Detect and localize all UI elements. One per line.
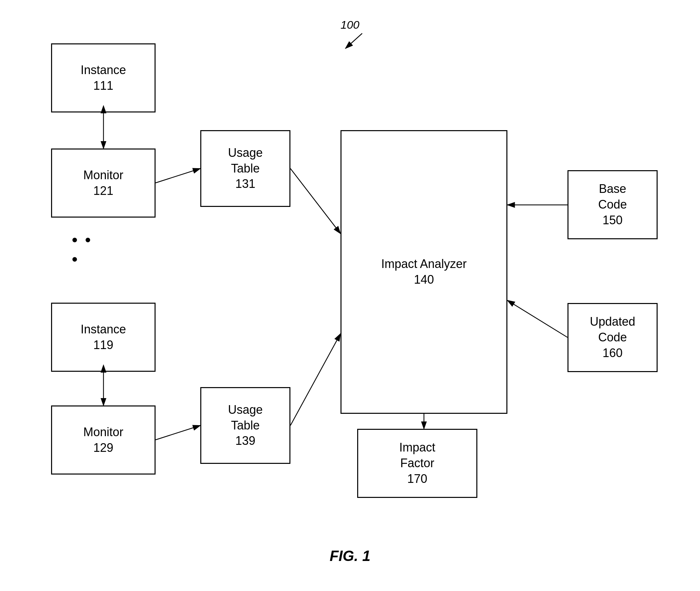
- monitor121-box: Monitor121: [51, 148, 155, 217]
- instance111-box: Instance111: [51, 43, 155, 113]
- instance111-label: Instance111: [80, 62, 126, 94]
- instance119-box: Instance119: [51, 303, 155, 372]
- svg-line-4: [155, 169, 200, 183]
- usage-table131-box: UsageTable131: [200, 130, 291, 207]
- monitor129-box: Monitor129: [51, 405, 155, 474]
- base-code150-box: BaseCode150: [568, 170, 657, 239]
- impact-factor170-label: ImpactFactor170: [399, 440, 435, 486]
- impact-factor170-box: ImpactFactor170: [357, 429, 478, 498]
- usage-table139-label: UsageTable139: [228, 402, 263, 449]
- svg-line-10: [507, 300, 568, 337]
- ellipsis: • ••: [72, 230, 92, 269]
- diagram: 100 Instance111 Monitor121 UsageTable131…: [0, 0, 700, 591]
- fig-label: FIG. 1: [329, 548, 370, 564]
- svg-line-2: [345, 34, 362, 48]
- impact-analyzer-label: Impact Analyzer140: [381, 256, 467, 288]
- updated-code160-label: UpdatedCode160: [590, 314, 635, 361]
- base-code150-label: BaseCode150: [598, 181, 627, 228]
- svg-line-5: [291, 169, 340, 234]
- monitor129-label: Monitor129: [83, 424, 123, 456]
- ref-100: 100: [340, 18, 360, 31]
- monitor121-label: Monitor121: [83, 168, 123, 199]
- usage-table131-label: UsageTable131: [228, 145, 263, 192]
- instance119-label: Instance119: [80, 322, 126, 353]
- svg-line-8: [291, 334, 340, 425]
- impact-analyzer-box: Impact Analyzer140: [340, 130, 507, 414]
- updated-code160-box: UpdatedCode160: [568, 303, 657, 372]
- svg-line-7: [155, 425, 200, 440]
- usage-table139-box: UsageTable139: [200, 387, 291, 464]
